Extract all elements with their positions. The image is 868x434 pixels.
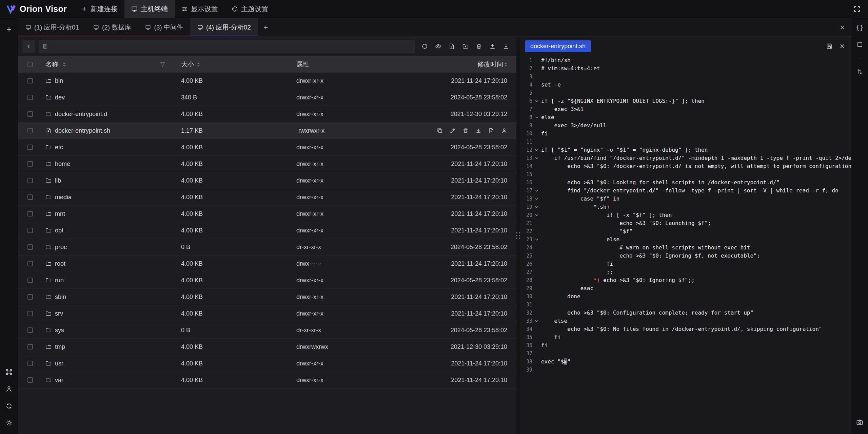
line-number: 2: [520, 64, 532, 73]
row-checkbox[interactable]: [27, 194, 33, 200]
row-checkbox[interactable]: [27, 361, 33, 366]
panel-box-icon[interactable]: [854, 39, 866, 50]
row-checkbox[interactable]: [27, 145, 33, 150]
permission-user-icon[interactable]: [501, 128, 507, 134]
table-row[interactable]: media4.00 KBdrwxr-xr-x2021-11-24 17:20:1…: [18, 189, 516, 206]
row-checkbox[interactable]: [27, 294, 33, 300]
fold-chevron-icon[interactable]: [532, 211, 541, 219]
fold-chevron-icon[interactable]: [532, 317, 541, 325]
table-row[interactable]: bin4.00 KBdrwxr-xr-x2021-11-24 17:20:10: [18, 73, 516, 89]
table-row[interactable]: etc4.00 KBdrwxr-xr-x2024-05-28 23:58:02: [18, 139, 516, 156]
save-icon[interactable]: [826, 43, 833, 50]
row-checkbox[interactable]: [27, 178, 33, 183]
row-checkbox[interactable]: [27, 211, 33, 216]
editor-file-tab[interactable]: docker-entrypoint.sh: [525, 40, 591, 52]
row-checkbox[interactable]: [27, 377, 33, 383]
new-file-icon[interactable]: [446, 40, 458, 53]
menu-item-display-settings[interactable]: 显示设置: [175, 0, 225, 18]
line-number: 6: [520, 97, 532, 105]
menu-item-theme-settings[interactable]: 主题设置: [225, 0, 275, 18]
fold-chevron-icon[interactable]: [532, 154, 541, 162]
swap-vertical-icon[interactable]: [854, 66, 866, 77]
close-editor-icon[interactable]: [839, 43, 846, 50]
terminal-tab-3[interactable]: (3) 中间件: [138, 18, 190, 36]
download-icon[interactable]: [500, 40, 512, 53]
filter-funnel-icon[interactable]: [160, 61, 165, 67]
sort-icon[interactable]: [63, 62, 66, 67]
edit-icon[interactable]: [450, 128, 456, 134]
fold-chevron-icon[interactable]: [532, 203, 541, 211]
show-hidden-eye-icon[interactable]: [432, 40, 444, 53]
terminal-tab-4[interactable]: (4) 应用-分析02: [190, 18, 258, 36]
new-folder-icon[interactable]: [459, 40, 471, 53]
row-checkbox[interactable]: [27, 161, 33, 167]
table-row[interactable]: proc0 Bdr-xr-xr-x2024-05-28 23:58:02: [18, 239, 516, 256]
fold-spacer: [532, 105, 541, 113]
fold-chevron-icon[interactable]: [532, 97, 541, 105]
terminal-tab-2[interactable]: (2) 数据库: [86, 18, 138, 36]
row-checkbox[interactable]: [27, 111, 33, 117]
table-row[interactable]: dev340 Bdrwxr-xr-x2024-05-28 23:58:02: [18, 89, 516, 106]
menu-item-new-connection[interactable]: 新建连接: [74, 0, 124, 18]
table-row[interactable]: tmp4.00 KBdrwxrwxrwx2021-12-30 03:29:10: [18, 339, 516, 355]
row-checkbox[interactable]: [27, 344, 33, 350]
trash-icon[interactable]: [473, 40, 485, 53]
table-row[interactable]: docker-entrypoint.d4.00 KBdrwxr-xr-x2021…: [18, 106, 516, 122]
fold-chevron-icon[interactable]: [532, 113, 541, 121]
row-checkbox[interactable]: [27, 311, 33, 316]
fold-chevron-icon[interactable]: [532, 235, 541, 244]
fullscreen-icon[interactable]: [851, 3, 863, 15]
braces-icon[interactable]: {}: [856, 24, 864, 31]
screenshot-camera-icon[interactable]: [854, 416, 866, 428]
row-checkbox[interactable]: [27, 244, 33, 250]
new-tab-plus-icon[interactable]: [3, 23, 15, 35]
move-icon[interactable]: [488, 128, 494, 134]
refresh-icon[interactable]: [418, 40, 431, 53]
table-row[interactable]: mnt4.00 KBdrwxr-xr-x2021-11-24 17:20:10: [18, 206, 516, 222]
table-row[interactable]: srv4.00 KBdrwxr-xr-x2021-11-24 17:20:10: [18, 305, 516, 322]
table-row[interactable]: run4.00 KBdrwxr-xr-x2024-05-28 23:58:02: [18, 272, 516, 289]
sort-icon[interactable]: [197, 62, 200, 67]
table-row[interactable]: var4.00 KBdrwxr-xr-x2021-11-24 17:20:10: [18, 372, 516, 389]
table-row[interactable]: usr4.00 KBdrwxr-xr-x2021-11-24 17:20:10: [18, 355, 516, 372]
close-icon[interactable]: [839, 24, 846, 31]
user-icon[interactable]: [3, 383, 15, 395]
table-row[interactable]: docker-entrypoint.sh1.17 KB-rwxrwxr-x: [18, 122, 516, 139]
row-checkbox[interactable]: [27, 327, 33, 333]
sort-icon[interactable]: [504, 62, 507, 67]
row-checkbox[interactable]: [27, 78, 33, 83]
row-checkbox[interactable]: [27, 95, 33, 100]
menu-item-host-terminal[interactable]: 主机终端: [124, 0, 175, 18]
terminal-tab-1[interactable]: (1) 应用-分析01: [18, 18, 86, 36]
brand[interactable]: Orion Visor: [6, 4, 67, 14]
row-checkbox[interactable]: [27, 261, 33, 266]
gear-icon[interactable]: [3, 417, 15, 429]
fold-chevron-icon[interactable]: [532, 187, 541, 195]
table-row[interactable]: sys0 Bdr-xr-xr-x2024-05-28 23:58:02: [18, 322, 516, 339]
collapse-panel-button[interactable]: [22, 40, 35, 53]
sync-icon[interactable]: [3, 400, 15, 412]
menu-label: 显示设置: [191, 4, 218, 14]
row-checkbox[interactable]: [27, 128, 33, 133]
command-shortcut-icon[interactable]: [3, 366, 15, 378]
table-row[interactable]: opt4.00 KBdrwxr-xr-x2021-11-24 17:20:10: [18, 222, 516, 239]
panel-splitter[interactable]: [516, 37, 520, 434]
add-tab-button[interactable]: [258, 18, 274, 36]
row-checkbox[interactable]: [27, 278, 33, 283]
copy-icon[interactable]: [437, 128, 443, 134]
path-input[interactable]: [39, 40, 415, 53]
table-row[interactable]: home4.00 KBdrwxr-xr-x2021-11-24 17:20:10: [18, 156, 516, 172]
row-checkbox[interactable]: [27, 228, 33, 233]
fold-chevron-icon[interactable]: [532, 146, 541, 154]
table-row[interactable]: lib4.00 KBdrwxr-xr-x2021-11-24 17:20:10: [18, 172, 516, 189]
delete-icon[interactable]: [462, 128, 469, 134]
table-row[interactable]: sbin4.00 KBdrwxr-xr-x2021-11-24 17:20:10: [18, 289, 516, 305]
code-text: else: [541, 113, 554, 121]
upload-icon[interactable]: [486, 40, 498, 53]
download-icon[interactable]: [475, 128, 481, 134]
select-all-checkbox[interactable]: [27, 62, 33, 67]
file-name: sbin: [55, 294, 66, 301]
code-lines[interactable]: 1#!/bin/sh2# vim:sw=4:ts=4:et34set -e56i…: [520, 56, 851, 434]
table-row[interactable]: root4.00 KBdrwx------2021-11-24 17:20:10: [18, 256, 516, 272]
fold-chevron-icon[interactable]: [532, 195, 541, 203]
